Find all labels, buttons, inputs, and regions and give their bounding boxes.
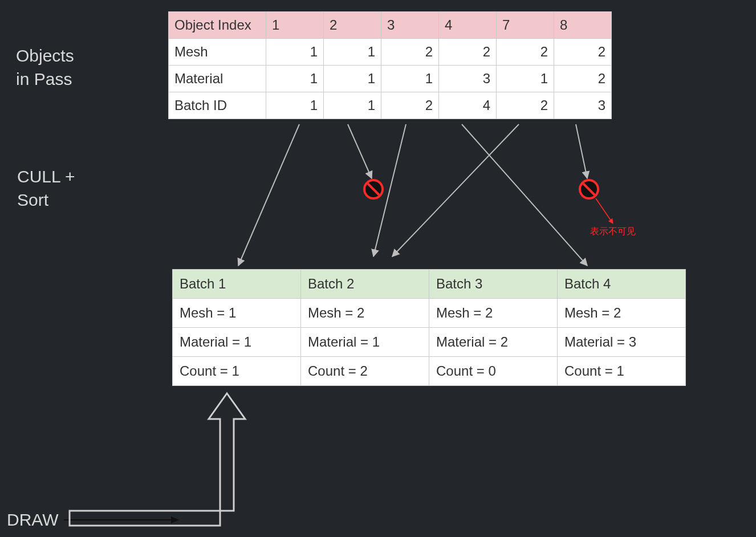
cell: 4 [439,92,497,119]
table-row: Batch 1 Batch 2 Batch 3 Batch 4 [173,270,686,299]
cell: 1 [266,39,324,66]
prohibited-icon [364,180,383,198]
cell: Mesh = 1 [173,299,301,328]
header-object-index: Object Index [169,12,266,39]
svg-point-2 [580,180,598,198]
arrow-obj8-culled [576,124,587,178]
cell: Material = 2 [429,328,558,357]
objects-in-pass-label: Objectsin Pass [16,44,74,91]
cell: 2 [439,39,497,66]
cell: Mesh = 2 [558,299,686,328]
cell: Count = 1 [558,357,686,386]
table-row: Batch ID 1 1 2 4 2 3 [169,92,612,119]
draw-label: DRAW [7,508,59,532]
cell: 1 [266,66,324,92]
header-col: 2 [324,12,381,39]
draw-elbow-outline [70,393,238,528]
batch-header: Batch 1 [173,270,301,299]
cell: 3 [439,66,497,92]
cell: 1 [324,39,381,66]
arrow-obj1-to-batch1 [238,124,299,266]
batches-table: Batch 1 Batch 2 Batch 3 Batch 4 Mesh = 1… [172,269,686,386]
prohibited-icon [580,180,598,198]
cull-sort-label: CULL +Sort [17,165,75,211]
cell: 2 [497,92,554,119]
cell: 2 [381,92,439,119]
batch-header: Batch 2 [301,270,429,299]
cell: 2 [554,39,612,66]
cell: 1 [381,66,439,92]
cell: 1 [266,92,324,119]
cell: Mesh = 2 [301,299,429,328]
batch-header: Batch 4 [558,270,686,299]
table-row: Material = 1 Material = 1 Material = 2 M… [173,328,686,357]
table-row: Object Index 1 2 3 4 7 8 [169,12,612,39]
table-row: Mesh = 1 Mesh = 2 Mesh = 2 Mesh = 2 [173,299,686,328]
cell: Material = 1 [173,328,301,357]
arrow-obj4-to-batch4 [462,124,587,266]
row-label: Batch ID [169,92,266,119]
table-row: Material 1 1 1 3 1 2 [169,66,612,92]
header-col: 4 [439,12,497,39]
table-row: Count = 1 Count = 2 Count = 0 Count = 1 [173,357,686,386]
table-row: Mesh 1 1 2 2 2 2 [169,39,612,66]
header-col: 8 [554,12,612,39]
row-label: Mesh [169,39,266,66]
cell: Count = 1 [173,357,301,386]
arrow-obj7-to-batch2 [392,124,519,257]
header-col: 1 [266,12,324,39]
cell: 1 [497,66,554,92]
cell: Count = 0 [429,357,558,386]
cell: 1 [324,92,381,119]
draw-flow-arrowhead [171,516,179,523]
invisible-annotation: 表示不可见 [590,226,636,238]
cell: 2 [497,39,554,66]
annotation-arrow [596,198,613,223]
cell: Mesh = 2 [429,299,558,328]
arrow-obj2-culled [348,124,372,178]
draw-elbow [70,393,245,526]
batch-header: Batch 3 [429,270,558,299]
cell: 1 [324,66,381,92]
cell: 3 [554,92,612,119]
header-col: 7 [497,12,554,39]
svg-line-1 [368,184,379,195]
header-col: 3 [381,12,439,39]
cell: Material = 1 [301,328,429,357]
cell: 2 [381,39,439,66]
svg-line-3 [583,184,595,195]
arrow-obj3-to-batch2 [373,124,406,257]
objects-table: Object Index 1 2 3 4 7 8 Mesh 1 1 2 2 2 … [168,11,612,119]
cell: Count = 2 [301,357,429,386]
cell: Material = 3 [558,328,686,357]
row-label: Material [169,66,266,92]
cell: 2 [554,66,612,92]
svg-point-0 [364,180,383,198]
